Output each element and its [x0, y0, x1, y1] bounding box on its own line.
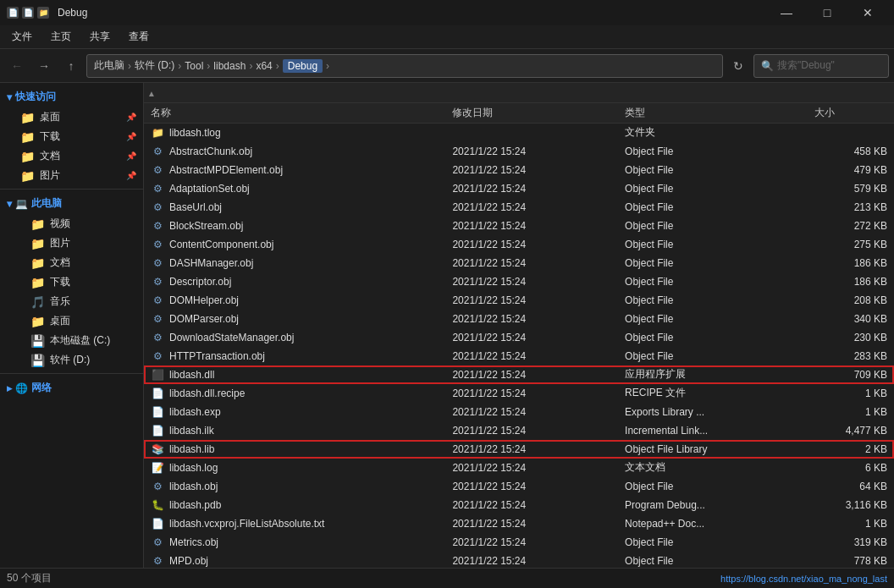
table-row[interactable]: 📁 libdash.tlog 文件夹	[144, 124, 894, 142]
quick-access-header[interactable]: ▾ 快速访问	[0, 86, 143, 107]
refresh-button[interactable]: ↻	[726, 54, 750, 78]
up-button[interactable]: ↑	[59, 54, 83, 78]
file-type: 文件夹	[618, 124, 808, 142]
title-bar: 📄 📄 📁 Debug — □ ✕	[0, 0, 894, 25]
chevron-right-icon: ▸	[7, 382, 12, 394]
table-row[interactable]: ⚙ AbstractChunk.obj 2021/1/22 15:24 Obje…	[144, 142, 894, 161]
search-box[interactable]: 🔍 搜索"Debug"	[753, 54, 889, 78]
sidebar-item-pictures[interactable]: 📁 图片 📌	[0, 166, 143, 185]
file-size	[808, 124, 894, 142]
file-size: 208 KB	[808, 291, 894, 310]
file-type: Object File	[618, 198, 808, 217]
menu-share[interactable]: 共享	[81, 26, 119, 47]
file-type: Object File	[618, 291, 808, 310]
file-type-icon: 📚	[151, 442, 164, 456]
file-date: 2021/1/22 15:24	[445, 142, 618, 161]
quick-access-label: 快速访问	[15, 90, 56, 104]
sidebar-item-label: 本地磁盘 (C:)	[50, 333, 110, 348]
file-name: libdash.ilk	[169, 425, 214, 437]
network-header[interactable]: ▸ 🌐 网络	[0, 377, 143, 398]
file-name: AbstractChunk.obj	[169, 146, 252, 157]
close-button[interactable]: ✕	[848, 0, 887, 25]
sidebar-item-desktop2[interactable]: 📁 桌面	[0, 311, 143, 331]
sidebar-item-label: 软件 (D:)	[50, 353, 90, 367]
file-date: 2021/1/22 15:24	[445, 291, 618, 310]
sidebar-item-videos[interactable]: 📁 视频	[0, 214, 143, 234]
file-date: 2021/1/22 15:24	[445, 533, 618, 552]
table-row[interactable]: 📝 libdash.log 2021/1/22 15:24 文本文档 6 KB	[144, 459, 894, 477]
table-row[interactable]: 📄 libdash.vcxproj.FileListAbsolute.txt 2…	[144, 514, 894, 533]
table-row[interactable]: ⚙ DASHManager.obj 2021/1/22 15:24 Object…	[144, 254, 894, 272]
file-name: libdash.dll	[169, 369, 214, 381]
table-row[interactable]: ⚙ Descriptor.obj 2021/1/22 15:24 Object …	[144, 272, 894, 291]
table-row[interactable]: ⚙ DownloadStateManager.obj 2021/1/22 15:…	[144, 328, 894, 347]
this-pc-header[interactable]: ▾ 💻 此电脑	[0, 193, 143, 214]
sidebar-item-documents[interactable]: 📁 文档 📌	[0, 146, 143, 166]
sidebar-item-documents2[interactable]: 📁 文档	[0, 253, 143, 272]
forward-button[interactable]: →	[32, 54, 56, 78]
file-size: 275 KB	[808, 235, 894, 254]
search-placeholder: 搜索"Debug"	[777, 58, 835, 73]
file-name: libdash.tlog	[169, 127, 221, 139]
file-type-icon: ⚙	[151, 145, 164, 158]
table-row[interactable]: 📄 libdash.ilk 2021/1/22 15:24 Incrementa…	[144, 421, 894, 440]
table-row[interactable]: ⚙ DOMHelper.obj 2021/1/22 15:24 Object F…	[144, 291, 894, 310]
table-row[interactable]: ⬛ libdash.dll 2021/1/22 15:24 应用程序扩展 709…	[144, 365, 894, 384]
file-date: 2021/1/22 15:24	[445, 365, 618, 384]
sidebar-item-label: 图片	[40, 168, 60, 183]
sidebar-item-downloads[interactable]: 📁 下载 📌	[0, 127, 143, 146]
path-x64: x64	[256, 60, 272, 72]
table-row[interactable]: ⚙ DOMParser.obj 2021/1/22 15:24 Object F…	[144, 310, 894, 328]
table-row[interactable]: ⚙ HTTPTransaction.obj 2021/1/22 15:24 Ob…	[144, 347, 894, 365]
file-name: libdash.obj	[169, 481, 218, 492]
menu-file[interactable]: 文件	[3, 26, 41, 47]
table-row[interactable]: ⚙ BlockStream.obj 2021/1/22 15:24 Object…	[144, 217, 894, 235]
file-type: Object File	[618, 347, 808, 365]
sidebar-item-drive-d[interactable]: 💾 软件 (D:)	[0, 350, 143, 370]
table-row[interactable]: ⚙ AdaptationSet.obj 2021/1/22 15:24 Obje…	[144, 179, 894, 198]
file-type: Object File	[618, 310, 808, 328]
folder-icon: 📁	[20, 111, 35, 124]
file-type-icon: ⚙	[151, 536, 164, 549]
table-row[interactable]: ⚙ Metrics.obj 2021/1/22 15:24 Object Fil…	[144, 533, 894, 552]
sidebar-item-music[interactable]: 🎵 音乐	[0, 292, 143, 311]
sidebar-item-pictures2[interactable]: 📁 图片	[0, 234, 143, 253]
table-row[interactable]: ⚙ ContentComponent.obj 2021/1/22 15:24 O…	[144, 235, 894, 254]
minimize-button[interactable]: —	[767, 0, 806, 25]
table-row[interactable]: 📄 libdash.exp 2021/1/22 15:24 Exports Li…	[144, 403, 894, 421]
table-row[interactable]: ⚙ libdash.obj 2021/1/22 15:24 Object Fil…	[144, 477, 894, 496]
table-row[interactable]: ⚙ AbstractMPDElement.obj 2021/1/22 15:24…	[144, 161, 894, 179]
file-type: Exports Library ...	[618, 403, 808, 421]
menu-view[interactable]: 查看	[120, 26, 157, 47]
table-row[interactable]: 📚 libdash.lib 2021/1/22 15:24 Object Fil…	[144, 440, 894, 459]
table-row[interactable]: ⚙ BaseUrl.obj 2021/1/22 15:24 Object Fil…	[144, 198, 894, 217]
sidebar-item-downloads2[interactable]: 📁 下载	[0, 272, 143, 292]
col-header-name[interactable]: 名称	[144, 103, 445, 124]
file-date: 2021/1/22 15:24	[445, 328, 618, 347]
file-size: 186 KB	[808, 272, 894, 291]
file-date: 2021/1/22 15:24	[445, 514, 618, 533]
sidebar-item-drive-c[interactable]: 💾 本地磁盘 (C:)	[0, 331, 143, 350]
file-name: MPD.obj	[169, 555, 208, 567]
menu-home[interactable]: 主页	[42, 26, 80, 47]
drive-icon: 💾	[30, 334, 45, 348]
maximize-button[interactable]: □	[808, 0, 847, 25]
col-header-type[interactable]: 类型	[618, 103, 808, 124]
path-tool: Tool	[185, 60, 203, 72]
divider-1	[0, 189, 143, 190]
col-header-date[interactable]: 修改日期	[445, 103, 618, 124]
table-row[interactable]: 🐛 libdash.pdb 2021/1/22 15:24 Program De…	[144, 496, 894, 514]
path-sep-2: ›	[178, 60, 181, 72]
file-size: 319 KB	[808, 533, 894, 552]
file-size: 213 KB	[808, 198, 894, 217]
col-header-size[interactable]: 大小	[808, 103, 894, 124]
address-bar[interactable]: 此电脑 › 软件 (D:) › Tool › libdash › x64 › D…	[86, 54, 723, 78]
table-row[interactable]: ⚙ MPD.obj 2021/1/22 15:24 Object File 77…	[144, 552, 894, 569]
sidebar-item-desktop[interactable]: 📁 桌面 📌	[0, 107, 143, 127]
file-size: 479 KB	[808, 161, 894, 179]
file-name: DASHManager.obj	[169, 257, 253, 269]
sidebar: ▾ 快速访问 📁 桌面 📌 📁 下载 📌 📁 文档 📌 📁 图片 📌 ▾ 💻	[0, 83, 144, 568]
back-button[interactable]: ←	[5, 54, 29, 78]
table-row[interactable]: 📄 libdash.dll.recipe 2021/1/22 15:24 REC…	[144, 384, 894, 403]
file-size: 3,116 KB	[808, 496, 894, 514]
